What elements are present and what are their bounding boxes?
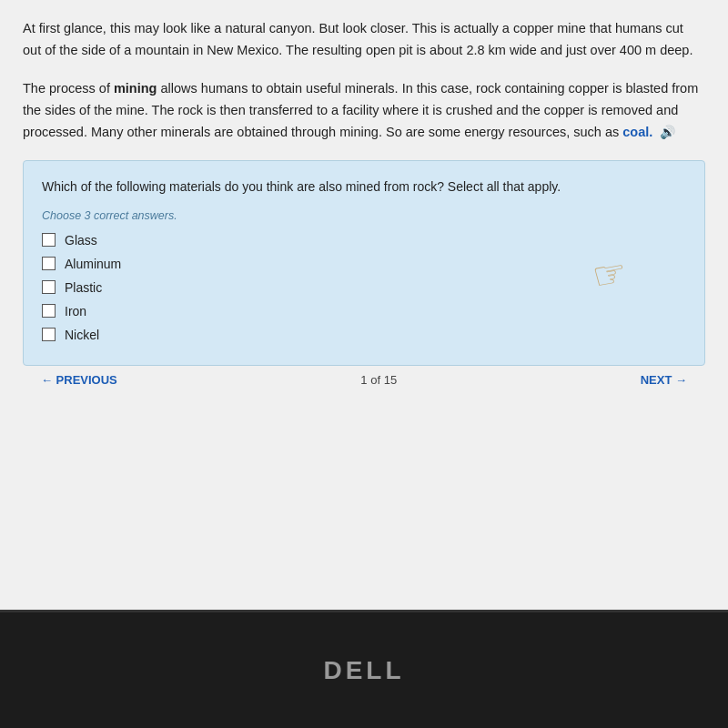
option-aluminum[interactable]: Aluminum — [42, 257, 686, 271]
checkbox-nickel[interactable] — [42, 328, 56, 341]
screen: At first glance, this may look like a na… — [0, 0, 728, 728]
quiz-question: Which of the following materials do you … — [42, 177, 686, 197]
checkbox-glass[interactable] — [42, 233, 56, 247]
choose-label: Choose 3 correct answers. — [42, 209, 686, 222]
option-plastic-label: Plastic — [65, 280, 102, 295]
paragraph1: At first glance, this may look like a na… — [23, 18, 705, 62]
checkbox-plastic[interactable] — [42, 280, 56, 294]
checkbox-aluminum[interactable] — [42, 257, 56, 270]
content-area: At first glance, this may look like a na… — [0, 0, 728, 610]
option-aluminum-label: Aluminum — [65, 257, 121, 271]
previous-button[interactable]: ← PREVIOUS — [41, 373, 117, 387]
option-nickel[interactable]: Nickel — [42, 328, 686, 342]
option-iron[interactable]: Iron — [42, 304, 686, 318]
speaker-icon[interactable]: 🔊 — [660, 122, 675, 143]
laptop-bezel: DELL — [0, 610, 728, 728]
coal-blue: coal. — [622, 125, 652, 139]
page-counter: 1 of 15 — [360, 373, 397, 387]
paragraph2: The process of mining allows humans to o… — [23, 78, 705, 144]
dell-logo: DELL — [323, 656, 404, 685]
next-button[interactable]: NEXT → — [641, 373, 687, 387]
option-glass-label: Glass — [65, 233, 97, 248]
option-iron-label: Iron — [65, 304, 86, 318]
mining-bold: mining — [114, 81, 157, 96]
option-glass[interactable]: Glass — [42, 233, 686, 248]
navigation-section: ← PREVIOUS 1 of 15 NEXT → — [23, 366, 705, 394]
paragraph2-before-bold: The process of — [23, 81, 114, 96]
option-plastic[interactable]: Plastic — [42, 280, 686, 295]
option-nickel-label: Nickel — [65, 328, 99, 342]
checkbox-iron[interactable] — [42, 304, 56, 318]
quiz-box: Which of the following materials do you … — [23, 160, 705, 366]
